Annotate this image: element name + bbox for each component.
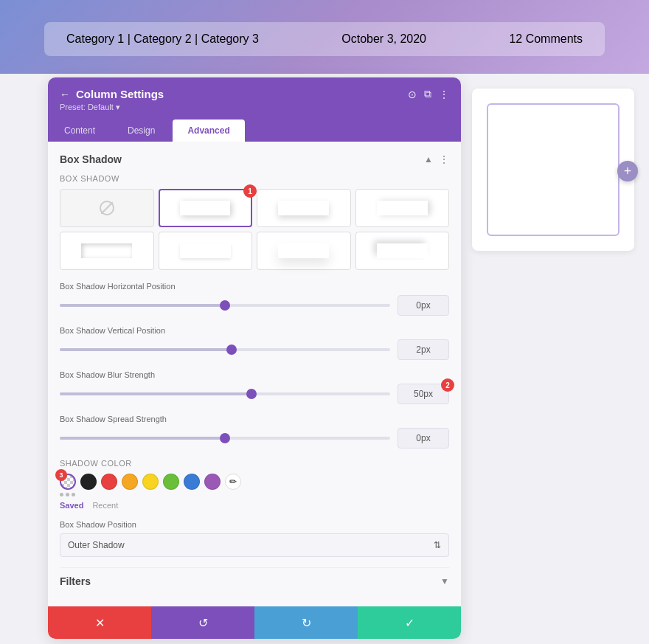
slider-vertical-label: Box Shadow Vertical Position (60, 326, 449, 335)
swatch-orange[interactable] (122, 474, 138, 490)
undo-icon: ↺ (198, 616, 208, 630)
preset-label[interactable]: Preset: Default ▾ (60, 103, 164, 112)
shadow-position-value: Outer Shadow (68, 540, 125, 550)
shadow-preset-none[interactable] (60, 189, 154, 227)
swatch-purple[interactable] (204, 474, 221, 490)
slider-spread-label: Box Shadow Spread Strength (60, 415, 449, 423)
badge-2: 2 (441, 378, 454, 392)
filters-collapse-icon[interactable]: ▼ (440, 576, 449, 586)
slider-spread-value[interactable]: 0px (398, 428, 449, 449)
shadow-preview-1 (180, 201, 230, 215)
badge-3: 3 (55, 469, 67, 481)
confirm-button[interactable]: ✓ (358, 606, 461, 639)
swatch-transparent-wrapper: 3 (60, 474, 76, 490)
collapse-icon[interactable]: ▲ (424, 154, 433, 165)
slider-horizontal-control: 0px (60, 295, 449, 316)
slider-horizontal-thumb[interactable] (220, 300, 230, 311)
tab-content[interactable]: Content (49, 120, 110, 142)
swatch-custom[interactable]: ✏ (225, 474, 241, 490)
date-text: October 3, 2020 (341, 32, 426, 46)
no-shadow-icon (100, 201, 114, 215)
shadow-color-section: Shadow Color 3 ✏ (60, 459, 449, 510)
panel-header-left: ← Column Settings Preset: Default ▾ (60, 88, 164, 112)
saved-tab[interactable]: Saved (60, 501, 83, 510)
shadow-preset-1[interactable]: 1 (159, 189, 253, 227)
slider-vertical-control: 2px (60, 339, 449, 360)
slider-blur-control: 50px 2 (60, 384, 449, 404)
swatch-red[interactable] (101, 474, 117, 490)
slider-spread: Box Shadow Spread Strength 0px (60, 415, 449, 449)
section-title: Box Shadow (60, 153, 122, 165)
tab-advanced[interactable]: Advanced (173, 120, 244, 142)
panel-title-row: ← Column Settings (60, 88, 164, 100)
confirm-icon: ✓ (405, 616, 414, 630)
slider-spread-fill (60, 437, 225, 440)
top-bar: Category 1 | Category 2 | Category 3 Oct… (44, 22, 605, 56)
badge-1: 1 (243, 184, 257, 198)
slider-horizontal: Box Shadow Horizontal Position 0px (60, 282, 449, 316)
recent-tab[interactable]: Recent (92, 501, 118, 510)
shadow-preset-6[interactable] (257, 232, 351, 270)
shadow-preset-7[interactable] (355, 232, 450, 270)
shadow-presets-grid: 1 (60, 189, 449, 270)
back-arrow-icon[interactable]: ← (60, 89, 70, 100)
dot-2 (66, 493, 69, 496)
swatch-yellow[interactable] (142, 474, 159, 490)
panel-content: Box Shadow ▲ ⋮ Box Shadow 1 (48, 142, 461, 606)
dot-3 (72, 493, 75, 496)
slider-horizontal-value[interactable]: 0px (398, 295, 449, 316)
filters-title: Filters (60, 575, 91, 587)
more-options-icon[interactable]: ⋮ (439, 89, 449, 100)
slider-spread-track[interactable] (60, 437, 390, 440)
cancel-button[interactable]: ✕ (48, 606, 151, 639)
dropdown-arrow-icon: ⇅ (434, 540, 441, 550)
slider-vertical-thumb[interactable] (226, 344, 237, 355)
box-shadow-section: Box Shadow ▲ ⋮ Box Shadow 1 (60, 153, 449, 595)
slider-spread-control: 0px (60, 428, 449, 449)
slider-vertical-value[interactable]: 2px (398, 339, 449, 360)
tabs-bar: Content Design Advanced (48, 120, 461, 142)
swatch-blue[interactable] (184, 474, 200, 490)
shadow-preset-4[interactable] (60, 232, 154, 270)
comments-text: 12 Comments (509, 32, 583, 46)
shadow-preview-2 (278, 201, 329, 215)
saved-recent-tabs: Saved Recent (60, 501, 449, 510)
slider-blur-fill (60, 392, 251, 395)
cancel-icon: ✕ (95, 616, 105, 630)
slider-blur-value[interactable]: 50px 2 (398, 384, 449, 404)
shadow-preview-7 (377, 243, 428, 258)
swatch-green[interactable] (163, 474, 179, 490)
dot-1 (60, 493, 63, 496)
box-shadow-field-label: Box Shadow (60, 174, 449, 183)
shadow-position-label: Box Shadow Position (60, 520, 449, 529)
dots-row (60, 493, 449, 496)
section-more-icon[interactable]: ⋮ (439, 153, 449, 165)
shadow-preview-4 (81, 243, 132, 258)
responsive-icon[interactable]: ⊙ (408, 89, 417, 100)
redo-button[interactable]: ↻ (254, 606, 358, 639)
undo-button[interactable]: ↺ (151, 606, 254, 639)
slider-spread-thumb[interactable] (220, 433, 230, 443)
shadow-position-row: Box Shadow Position Outer Shadow ⇅ (60, 520, 449, 557)
add-button[interactable]: + (617, 161, 638, 181)
shadow-color-label: Shadow Color (60, 459, 449, 468)
slider-blur-thumb[interactable] (246, 389, 257, 399)
bottom-toolbar: ✕ ↺ ↻ ✓ (48, 606, 461, 639)
panel-header: ← Column Settings Preset: Default ▾ ⊙ ⧉ … (48, 77, 461, 120)
slider-blur: Box Shadow Blur Strength 50px 2 (60, 370, 449, 404)
slider-vertical-track[interactable] (60, 348, 390, 351)
right-panel (472, 89, 634, 251)
slider-blur-track[interactable] (60, 392, 390, 395)
slider-vertical-fill (60, 348, 232, 351)
shadow-preset-3[interactable] (355, 189, 450, 227)
tab-design[interactable]: Design (113, 120, 170, 142)
slider-blur-label: Box Shadow Blur Strength (60, 370, 449, 379)
color-swatches: 3 ✏ (60, 474, 449, 490)
shadow-preset-5[interactable] (159, 232, 253, 270)
shadow-preview-3 (377, 201, 428, 215)
slider-horizontal-track[interactable] (60, 304, 390, 307)
layout-icon[interactable]: ⧉ (424, 88, 431, 100)
shadow-position-select[interactable]: Outer Shadow ⇅ (60, 533, 449, 557)
shadow-preset-2[interactable] (257, 189, 351, 227)
swatch-black[interactable] (80, 474, 97, 490)
